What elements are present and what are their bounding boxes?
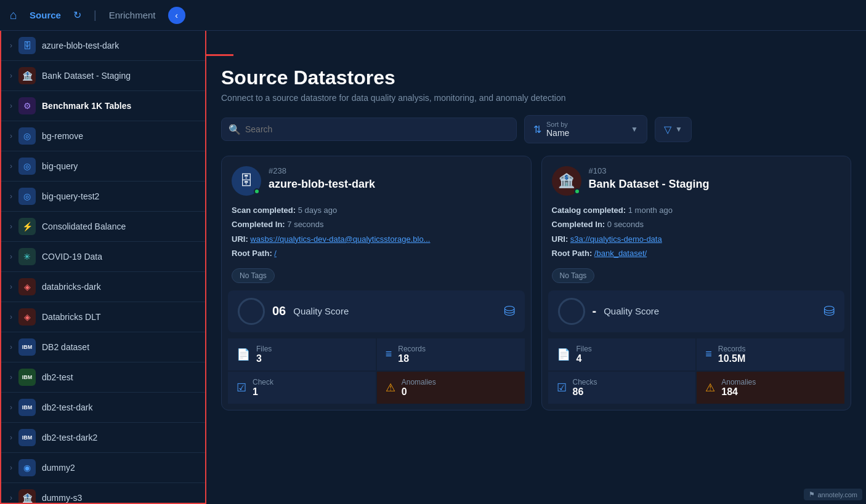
annotely-icon: ⚑ <box>809 490 815 498</box>
avatar-icon: 🗄 <box>240 173 253 189</box>
sidebar-item-icon: ⚙ <box>18 97 36 114</box>
anomalies-label: Anomalies <box>721 378 756 386</box>
card-name: Bank Dataset - Staging <box>589 178 841 191</box>
sort-icon: ⇅ <box>533 124 541 135</box>
checks-icon: ☑ <box>557 381 567 394</box>
arrow-line <box>206 54 233 56</box>
home-icon[interactable]: ⌂ <box>10 8 17 22</box>
sidebar-item-db2-dataset[interactable]: › IBM DB2 dataset <box>1 332 205 362</box>
sidebar-item-label: Consolidated Balance <box>42 222 126 231</box>
search-input[interactable] <box>221 118 517 141</box>
card-header: 🗄 #238 azure-blob-test-dark <box>222 156 531 203</box>
sidebar-item-db2-test-dark[interactable]: › IBM db2-test-dark <box>1 393 205 423</box>
sidebar-item-covid-19-data[interactable]: › ✳ COVID-19 Data <box>1 242 205 272</box>
sidebar-item-label: Benchmark 1K Tables <box>42 101 131 111</box>
sidebar-chevron-icon: › <box>10 343 12 351</box>
anomalies-stat: ⚠ Anomalies 0 <box>377 372 525 404</box>
sidebar-chevron-icon: › <box>10 433 12 442</box>
quality-score-value: - <box>593 304 597 318</box>
sidebar-item-big-query-test2[interactable]: › ◎ big-query-test2 <box>1 182 205 212</box>
sidebar-item-benchmark-1k-tables[interactable]: › ⚙ Benchmark 1K Tables <box>1 91 205 121</box>
records-stat: ≡ Records 10.5M <box>697 338 844 370</box>
sidebar-item-databricks-dlt[interactable]: › ◈ Databricks DLT <box>1 302 205 332</box>
sidebar-item-icon: IBM <box>18 338 36 356</box>
records-icon: ≡ <box>386 348 392 361</box>
sidebar-item-icon: IBM <box>18 369 36 386</box>
main-layout: › 🗄 azure-blob-test-dark › 🏦 Bank Datase… <box>0 31 866 504</box>
sidebar-item-databricks-dark[interactable]: › ◈ databricks-dark <box>1 272 205 302</box>
source-nav-button[interactable]: Source <box>30 10 61 20</box>
sidebar-item-icon: ◉ <box>18 459 36 476</box>
card-header: 🏦 #103 Bank Dataset - Staging <box>542 156 851 203</box>
files-label: Files <box>256 345 272 353</box>
sidebar-item-azure-blob-test-dark[interactable]: › 🗄 azure-blob-test-dark <box>1 31 205 61</box>
card-number: #238 <box>269 166 521 175</box>
card-info: Scan completed: 5 days ago Completed In:… <box>222 203 531 268</box>
records-value: 10.5M <box>718 353 746 364</box>
sidebar-item-db2-test[interactable]: › IBM db2-test <box>1 362 205 393</box>
network-icon[interactable]: ⛁ <box>504 303 515 319</box>
quality-section: 06 Quality Score ⛁ <box>228 290 525 332</box>
cards-grid: 🗄 #238 azure-blob-test-dark Scan complet… <box>221 156 851 423</box>
checks-stat: ☑ Check 1 <box>228 372 376 404</box>
files-label: Files <box>577 345 592 353</box>
enrichment-label: Enrichment <box>109 10 156 20</box>
search-container: 🔍 <box>221 118 517 141</box>
top-nav: ⌂ Source ↻ | Enrichment ‹ <box>0 0 866 31</box>
sidebar-item-dummy-s3[interactable]: › 🏦 dummy-s3 <box>1 483 205 504</box>
sidebar-chevron-icon: › <box>10 403 12 412</box>
records-label: Records <box>718 345 746 353</box>
anomalies-label: Anomalies <box>402 378 436 386</box>
status-dot <box>254 188 260 194</box>
card-name: azure-blob-test-dark <box>269 178 521 191</box>
quality-score-label: Quality Score <box>604 306 659 316</box>
refresh-icon[interactable]: ↻ <box>73 9 81 21</box>
sidebar-item-icon: ◎ <box>18 127 36 145</box>
sidebar-chevron-icon: › <box>10 162 12 170</box>
card-number: #103 <box>589 166 841 175</box>
files-stat: 📄 Files 4 <box>548 338 696 370</box>
annotely-text: annotely.com <box>817 491 857 498</box>
card-tags: No Tags <box>542 268 851 290</box>
sidebar-item-icon: 🏦 <box>18 489 36 504</box>
avatar-icon: 🏦 <box>558 173 575 189</box>
search-icon: 🔍 <box>229 124 241 135</box>
sidebar-item-bank-dataset-staging[interactable]: › 🏦 Bank Dataset - Staging <box>1 61 205 91</box>
sidebar-item-label: azure-blob-test-dark <box>42 41 119 50</box>
sidebar-item-bg-remove[interactable]: › ◎ bg-remove <box>1 121 205 151</box>
nav-chevron-button[interactable]: ‹ <box>168 7 185 24</box>
filter-button[interactable]: ▽ ▼ <box>655 117 692 142</box>
sidebar: › 🗄 azure-blob-test-dark › 🏦 Bank Datase… <box>0 31 206 504</box>
stats-grid: 📄 Files 3 ≡ Records 18 ☑ Check 1 <box>228 338 525 404</box>
sort-by-label: Sort by <box>546 121 626 128</box>
card-info: Catalog completed: 1 month ago Completed… <box>542 203 851 268</box>
sort-dropdown[interactable]: ⇅ Sort by Name ▼ <box>524 115 647 143</box>
content-area: Source Datastores Connect to a source da… <box>206 31 866 504</box>
sidebar-item-big-query[interactable]: › ◎ big-query <box>1 151 205 182</box>
sidebar-item-icon: ◈ <box>18 308 36 326</box>
sidebar-item-db2-test-dark2[interactable]: › IBM db2-test-dark2 <box>1 423 205 453</box>
datastore-card-0[interactable]: 🗄 #238 azure-blob-test-dark Scan complet… <box>221 156 532 410</box>
sidebar-chevron-icon: › <box>10 373 12 382</box>
datastore-card-1[interactable]: 🏦 #103 Bank Dataset - Staging Catalog co… <box>541 156 852 410</box>
filter-chevron-icon: ▼ <box>675 125 682 134</box>
sidebar-item-icon: ⚡ <box>18 218 36 235</box>
sidebar-item-icon: IBM <box>18 429 36 446</box>
sidebar-chevron-icon: › <box>10 252 12 261</box>
sidebar-item-label: DB2 dataset <box>42 342 89 352</box>
sidebar-chevron-icon: › <box>10 282 12 291</box>
sidebar-item-label: db2-test-dark <box>42 402 92 412</box>
sidebar-item-icon: ◈ <box>18 278 36 295</box>
checks-label: Check <box>253 378 273 386</box>
anomalies-value: 0 <box>402 386 436 398</box>
arrow-indicator <box>221 46 851 64</box>
sidebar-item-dummy2[interactable]: › ◉ dummy2 <box>1 453 205 483</box>
network-icon[interactable]: ⛁ <box>824 303 835 319</box>
sidebar-item-icon: 🏦 <box>18 67 36 84</box>
sidebar-item-consolidated-balance[interactable]: › ⚡ Consolidated Balance <box>1 212 205 242</box>
sidebar-item-label: COVID-19 Data <box>42 252 102 262</box>
annotely-badge: ⚑ annotely.com <box>804 489 862 500</box>
sidebar-item-label: dummy2 <box>42 463 75 473</box>
records-icon: ≡ <box>705 348 712 361</box>
files-value: 4 <box>577 353 592 364</box>
